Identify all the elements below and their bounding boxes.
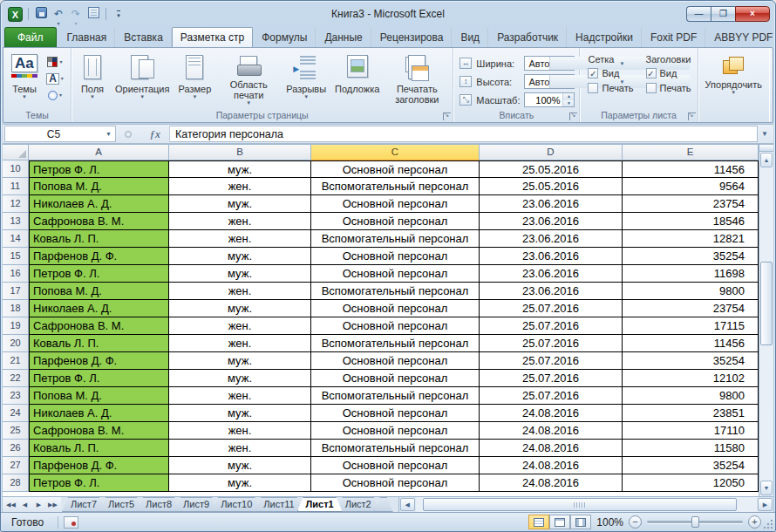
cell-gender[interactable]: жен. — [169, 317, 311, 335]
orientation-button[interactable]: Ориентация▼ — [111, 51, 174, 108]
page-breaks-button[interactable]: ▶Разрывы▼ — [282, 51, 330, 108]
cell-value[interactable]: 18546 — [623, 213, 759, 230]
cell-category[interactable]: Вспомогательный персонал — [311, 283, 480, 300]
tab-разметка-стр[interactable]: Разметка стр — [172, 27, 253, 47]
cell-name[interactable]: Сафронова В. М. — [29, 422, 169, 440]
cell-category[interactable]: Основной персонал — [311, 370, 480, 387]
cell-value[interactable]: 9800 — [623, 283, 759, 300]
cell-gender[interactable]: жен. — [169, 387, 311, 405]
row-header[interactable]: 13 — [3, 213, 29, 230]
tab-file[interactable]: Файл — [4, 27, 57, 47]
page-layout-view-button[interactable] — [549, 515, 570, 529]
hscroll-thumb[interactable] — [423, 498, 737, 511]
cell-value[interactable]: 17110 — [623, 422, 759, 440]
cell-name[interactable]: Петров Ф. Л. — [29, 474, 169, 492]
cell-gender[interactable]: муж. — [169, 405, 311, 422]
custom-grid-button[interactable] — [86, 7, 100, 22]
cell-category[interactable]: Основной персонал — [311, 160, 480, 178]
themes-button[interactable]: Aa Темы ▼ — [6, 51, 43, 108]
cell-category[interactable]: Основной персонал — [311, 422, 480, 440]
tab-вид[interactable]: Вид — [452, 27, 488, 47]
margins-button[interactable]: Поля▼ — [74, 51, 111, 108]
column-header-e[interactable]: E — [623, 145, 759, 160]
cell-gender[interactable]: муж. — [169, 300, 311, 317]
cell-date[interactable]: 25.07.2016 — [480, 370, 623, 387]
row-header[interactable]: 22 — [3, 370, 29, 387]
cell-name[interactable]: Николаев А. Д. — [29, 300, 169, 317]
cell-name[interactable]: Попова М. Д. — [29, 283, 169, 300]
tab-abbyy-pdf-tr[interactable]: ABBYY PDF Tr — [705, 27, 776, 47]
formula-input[interactable]: Категория персонала — [170, 126, 758, 142]
cell-category[interactable]: Основной персонал — [311, 457, 480, 474]
cell-gender[interactable]: жен. — [169, 230, 311, 248]
tab-формулы[interactable]: Формулы — [253, 27, 316, 47]
row-header[interactable]: 28 — [3, 474, 29, 492]
cell-gender[interactable]: муж. — [169, 248, 311, 265]
row-header[interactable]: 25 — [3, 422, 29, 440]
cell-name[interactable]: Парфенов Д. Ф. — [29, 457, 169, 474]
column-header-d[interactable]: D — [480, 145, 623, 160]
cell-name[interactable]: Николаев А. Д. — [29, 195, 169, 213]
row-header[interactable]: 17 — [3, 283, 29, 300]
name-box-dropdown-icon[interactable]: ▼ — [102, 131, 115, 137]
gridlines-print-checkbox[interactable]: Печать — [588, 83, 633, 93]
cell-value[interactable]: 23754 — [623, 195, 759, 213]
cell-name[interactable]: Николаев А. Д. — [29, 405, 169, 422]
cell-date[interactable]: 23.06.2016 — [480, 265, 623, 283]
zoom-level[interactable]: 100% — [596, 516, 623, 529]
row-header[interactable]: 16 — [3, 265, 29, 283]
theme-effects-button[interactable]: ▾ — [44, 87, 66, 103]
customize-qat-button[interactable]: ▾ — [112, 7, 126, 22]
cell-name[interactable]: Попова М. Д. — [29, 178, 169, 195]
cell-category[interactable]: Основной персонал — [311, 352, 480, 370]
first-sheet-icon[interactable]: ◀◀ — [5, 501, 17, 508]
resize-grip[interactable] — [763, 519, 773, 529]
cell-value[interactable]: 9564 — [623, 178, 759, 195]
undo-button[interactable]: ↶▾ — [51, 7, 65, 22]
expand-formula-bar-icon[interactable]: ▼ — [758, 126, 772, 142]
cell-name[interactable]: Попова М. Д. — [29, 387, 169, 405]
theme-fonts-button[interactable]: A▾ — [44, 71, 66, 86]
cell-date[interactable]: 23.06.2016 — [480, 195, 623, 213]
sheet-tab-лист11[interactable]: Лист11 — [255, 497, 303, 512]
tab-разработчик[interactable]: Разработчик — [488, 27, 567, 47]
cell-category[interactable]: Основной персонал — [311, 405, 480, 422]
tab-foxit-pdf[interactable]: Foxit PDF — [642, 27, 705, 47]
headings-view-checkbox[interactable]: ✓Вид — [646, 68, 691, 78]
gridlines-view-checkbox[interactable]: ✓Вид — [588, 68, 633, 78]
print-area-button[interactable]: Область печати▼ — [215, 51, 282, 108]
horizontal-scrollbar[interactable]: ◀ ▶ — [398, 497, 773, 512]
minimize-button[interactable]: — — [686, 6, 711, 22]
cell-value[interactable]: 11698 — [623, 265, 759, 283]
cell-date[interactable]: 23.06.2016 — [480, 283, 623, 300]
scroll-up-icon[interactable]: ▲ — [760, 153, 773, 167]
cell-name[interactable]: Парфенов Д. Ф. — [29, 352, 169, 370]
sheet-tab-лист7[interactable]: Лист7 — [62, 497, 106, 512]
cell-category[interactable]: Основной персонал — [311, 300, 480, 317]
cell-value[interactable]: 23754 — [623, 300, 759, 317]
cell-gender[interactable]: жен. — [169, 440, 311, 457]
cell-category[interactable]: Вспомогательный персонал — [311, 387, 480, 405]
cell-value[interactable]: 35254 — [623, 248, 759, 265]
zoom-slider-thumb[interactable] — [691, 516, 699, 528]
sheet-tab-лист8[interactable]: Лист8 — [137, 497, 180, 512]
cell-value[interactable]: 11456 — [623, 160, 759, 178]
watermark-button[interactable]: Подложка — [330, 51, 384, 108]
cell-value[interactable]: 9800 — [623, 387, 759, 405]
cell-date[interactable]: 24.08.2016 — [480, 405, 623, 422]
insert-function-icon[interactable]: ƒx — [150, 127, 160, 141]
cell-name[interactable]: Петров Ф. Л. — [29, 370, 169, 387]
cell-date[interactable]: 25.07.2016 — [480, 300, 623, 317]
headings-print-checkbox[interactable]: Печать — [646, 83, 691, 93]
cell-gender[interactable]: муж. — [169, 457, 311, 474]
cell-date[interactable]: 23.06.2016 — [480, 248, 623, 265]
row-header[interactable]: 18 — [3, 300, 29, 317]
name-box[interactable]: C5 ▼ — [4, 126, 116, 142]
sheet-tab-лист2[interactable]: Лист2 — [337, 497, 380, 512]
cell-name[interactable]: Коваль Л. П. — [29, 335, 169, 352]
cell-date[interactable]: 24.08.2016 — [480, 422, 623, 440]
select-all-button[interactable] — [3, 145, 29, 160]
cell-gender[interactable]: муж. — [169, 160, 311, 178]
cell-category[interactable]: Вспомогательный персонал — [311, 178, 480, 195]
scroll-left-icon[interactable]: ◀ — [400, 498, 415, 511]
